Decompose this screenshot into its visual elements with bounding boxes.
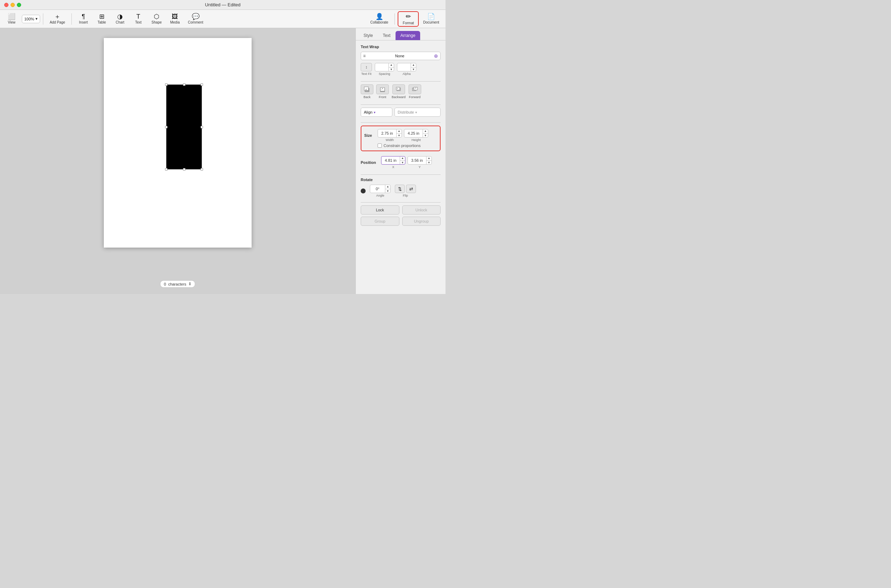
handle-middle-left[interactable] xyxy=(165,126,167,128)
char-count-pill[interactable]: 0 characters ⇕ xyxy=(160,280,195,288)
group-ungroup-row: Group Ungroup xyxy=(361,217,440,226)
x-arrows: ▲ ▼ xyxy=(400,156,405,165)
position-fields: 4.81 in ▲ ▼ X 3.56 in xyxy=(381,156,432,169)
distribute-chevron-icon: ▾ xyxy=(415,110,417,114)
align-dropdown[interactable]: Align ▾ xyxy=(361,108,392,117)
insert-label: Insert xyxy=(79,20,88,24)
char-count-arrow-icon: ⇕ xyxy=(188,282,191,286)
handle-top-center[interactable] xyxy=(183,83,185,86)
shape-button[interactable]: ⬡ Shape xyxy=(148,11,165,27)
x-up-arrow[interactable]: ▲ xyxy=(400,156,405,161)
backward-button[interactable]: ↙ Backward xyxy=(392,84,406,99)
flip-buttons: ⇅ ⇄ xyxy=(395,184,416,193)
align-label: Align xyxy=(364,110,372,114)
text-wrap-lines-icon: ≡ xyxy=(363,54,366,58)
unlock-button[interactable]: Unlock xyxy=(402,206,441,214)
x-label: X xyxy=(392,165,394,169)
zoom-control[interactable]: 100% ▾ xyxy=(22,15,40,23)
lock-button[interactable]: Lock xyxy=(361,206,400,214)
width-field[interactable]: 2.75 in ▲ ▼ xyxy=(377,129,402,138)
char-count-value: 0 xyxy=(164,282,166,286)
maximize-button[interactable] xyxy=(17,3,21,7)
text-wrap-dropdown[interactable]: ≡ None ⊕ xyxy=(361,52,440,60)
canvas-area: 0 characters ⇕ xyxy=(0,28,355,294)
rotate-dot-icon xyxy=(361,189,366,194)
front-button[interactable]: ↗ Front xyxy=(376,84,389,99)
height-down-arrow[interactable]: ▼ xyxy=(423,134,428,138)
forward-button[interactable]: ↗ Forward xyxy=(409,84,421,99)
tab-arrange[interactable]: Arrange xyxy=(395,31,421,40)
view-button[interactable]: ⬜ View xyxy=(3,11,20,27)
alpha-up-arrow[interactable]: ▲ xyxy=(411,63,416,68)
handle-middle-right[interactable] xyxy=(201,126,203,128)
insert-button[interactable]: ¶ Insert xyxy=(75,11,92,27)
window-title: Untitled — Edited xyxy=(205,2,240,8)
group-button[interactable]: Group xyxy=(361,217,400,226)
add-page-button[interactable]: ＋ Add Page xyxy=(46,11,69,27)
media-label: Media xyxy=(170,20,179,24)
char-count-bar: 0 characters ⇕ xyxy=(160,280,195,288)
tab-text[interactable]: Text xyxy=(378,31,395,40)
x-field[interactable]: 4.81 in ▲ ▼ xyxy=(381,156,406,165)
align-chevron-icon: ▾ xyxy=(374,110,376,114)
comment-label: Comment xyxy=(188,20,203,24)
handle-top-right[interactable] xyxy=(201,83,203,86)
divider-1 xyxy=(361,81,440,82)
alpha-field[interactable]: ▲ ▼ xyxy=(397,63,416,71)
spacing-field[interactable]: ▲ ▼ xyxy=(375,63,394,71)
angle-up-arrow[interactable]: ▲ xyxy=(385,184,390,189)
height-field[interactable]: 4.25 in ▲ ▼ xyxy=(404,129,428,138)
back-button[interactable]: ↙ Back xyxy=(361,84,373,99)
alpha-down-arrow[interactable]: ▼ xyxy=(411,68,416,72)
shape-object[interactable] xyxy=(167,85,201,169)
format-button[interactable]: ✏ Format xyxy=(398,11,419,27)
spacing-down-arrow[interactable]: ▼ xyxy=(389,68,394,72)
sidebar-icon: ⬜ xyxy=(8,14,15,20)
flip-vertical-button[interactable]: ⇄ xyxy=(406,184,416,193)
angle-down-arrow[interactable]: ▼ xyxy=(385,189,390,194)
comment-button[interactable]: 💬 Comment xyxy=(185,11,207,27)
shape-label: Shape xyxy=(152,20,162,24)
media-button[interactable]: 🖼 Media xyxy=(166,11,184,27)
forward-icon: ↗ xyxy=(409,84,421,94)
separator-1 xyxy=(43,14,43,25)
rotate-section: Rotate 0° ▲ ▼ Angle xyxy=(361,178,440,197)
width-down-arrow[interactable]: ▼ xyxy=(397,134,401,138)
chart-button[interactable]: ◑ Chart xyxy=(111,11,129,27)
ungroup-button[interactable]: Ungroup xyxy=(402,217,441,226)
height-up-arrow[interactable]: ▲ xyxy=(423,129,428,134)
y-down-arrow[interactable]: ▼ xyxy=(427,161,431,165)
text-fit-button[interactable]: ↕ xyxy=(361,63,372,71)
distribute-dropdown[interactable]: Distribute ▾ xyxy=(394,108,440,117)
handle-bottom-center[interactable] xyxy=(183,168,185,171)
handle-top-left[interactable] xyxy=(165,83,167,86)
flip-horizontal-icon: ⇅ xyxy=(398,186,402,192)
text-wrap-dropdown-row: ≡ None ⊕ xyxy=(361,52,440,60)
text-wrap-title: Text Wrap xyxy=(361,45,440,49)
width-value: 2.75 in xyxy=(378,131,396,135)
text-button[interactable]: T Text xyxy=(129,11,147,27)
flip-horizontal-button[interactable]: ⇅ xyxy=(395,184,405,193)
document-button[interactable]: 📄 Document xyxy=(419,11,443,27)
y-field[interactable]: 3.56 in ▲ ▼ xyxy=(407,156,432,165)
format-label: Format xyxy=(403,21,414,25)
angle-field[interactable]: 0° ▲ ▼ xyxy=(370,184,391,193)
spacing-up-arrow[interactable]: ▲ xyxy=(389,63,394,68)
tab-style[interactable]: Style xyxy=(359,31,378,40)
page-canvas[interactable] xyxy=(104,38,252,248)
minimize-button[interactable] xyxy=(11,3,15,7)
text-fit-row: ↕ Text Fit ▲ ▼ Spacing xyxy=(361,63,440,76)
table-label: Table xyxy=(98,20,106,24)
width-up-arrow[interactable]: ▲ xyxy=(397,129,401,134)
close-button[interactable] xyxy=(4,3,9,7)
table-button[interactable]: ⊞ Table xyxy=(93,11,111,27)
constrain-checkbox[interactable] xyxy=(377,144,382,148)
handle-bottom-right[interactable] xyxy=(201,168,203,171)
y-up-arrow[interactable]: ▲ xyxy=(427,156,431,161)
angle-value: 0° xyxy=(370,187,385,191)
x-down-arrow[interactable]: ▼ xyxy=(400,161,405,165)
handle-bottom-left[interactable] xyxy=(165,168,167,171)
angle-field-wrap: 0° ▲ ▼ Angle xyxy=(370,184,391,197)
spacing-label: Spacing xyxy=(379,72,390,76)
collaborate-button[interactable]: 👤 Collaborate xyxy=(367,11,392,27)
